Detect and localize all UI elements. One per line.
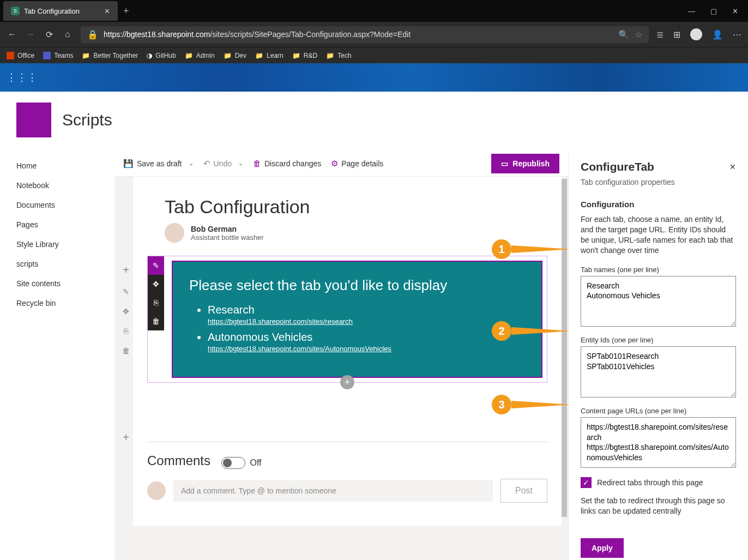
author-role: Assistant bottle washer [191,233,264,242]
edit-section-icon[interactable]: ✎ [123,287,129,296]
pane-title: ConfigureTab [581,160,729,173]
browser-tabbar: S Tab Configuration ✕ + — ▢ ✕ [0,0,748,22]
property-pane: ConfigureTab ✕ Tab configuration propert… [568,150,748,560]
sharepoint-favicon: S [11,7,20,15]
refresh-icon[interactable]: ⟳ [44,29,55,40]
webpart-toolbar: ✎ ✥ ⎘ 🗑 [148,256,164,330]
bookmark-tech[interactable]: 📁Tech [326,52,351,59]
undo-button[interactable]: ↶Undo [203,159,232,168]
search-in-page-icon[interactable]: 🔍 [618,29,629,40]
delete-webpart-icon[interactable]: 🗑 [148,312,164,330]
close-pane-icon[interactable]: ✕ [729,162,736,171]
tab-title: Tab Configuration [24,7,100,15]
home-icon[interactable]: ⌂ [62,29,73,39]
undo-chevron[interactable]: ⌄ [238,160,243,167]
bookmark-office[interactable]: Office [7,52,34,59]
urls-input[interactable] [581,417,736,468]
close-tab-icon[interactable]: ✕ [104,7,110,15]
pane-section-label: Configuration [581,200,736,209]
close-window-icon[interactable]: ✕ [732,7,738,15]
republish-button[interactable]: ▭Republish [491,154,559,173]
lock-icon: 🔒 [87,29,98,40]
redirect-description: Set the tab to redirect through this pag… [581,496,736,516]
bookmark-dev[interactable]: 📁Dev [224,52,246,59]
bookmark-rnd[interactable]: 📁R&D [292,52,317,59]
url-field[interactable]: 🔒 https://bgtest18.sharepoint.com/sites/… [81,26,649,43]
configure-tab-webpart[interactable]: Please select the tab you'd like to disp… [172,261,542,378]
suite-bar: ⋮⋮⋮ [0,63,748,92]
tab-url-autonomous[interactable]: https://bgtest18.sharepoint.com/sites/Au… [208,345,525,353]
move-webpart-icon[interactable]: ✥ [148,275,164,293]
bookmark-learn[interactable]: 📁Learn [255,52,283,59]
tabnames-label: Tab names (one per line) [581,266,736,274]
selected-section[interactable]: ✎ ✥ ⎘ 🗑 Please select the tab you'd like… [147,256,547,383]
comments-toggle[interactable]: Off [221,457,261,469]
nav-documents[interactable]: Documents [0,195,114,215]
post-comment-button[interactable]: Post [500,479,547,503]
page-title[interactable]: Tab Configuration [133,177,562,223]
save-draft-chevron[interactable]: ⌄ [189,160,194,167]
edit-webpart-icon[interactable]: ✎ [148,256,164,275]
nav-pages[interactable]: Pages [0,215,114,234]
tab-option-research[interactable]: Research https://bgtest18.sharepoint.com… [208,304,525,326]
save-draft-button[interactable]: 💾Save as draft [123,159,182,168]
page-author: Bob German Assistant bottle washer [133,223,562,256]
new-tab-button[interactable]: + [123,5,129,17]
redirect-checkbox[interactable]: ✓ Redirect tabs through this page [581,477,736,488]
callout-3: 3 [492,395,511,414]
discard-button[interactable]: 🗑Discard changes [253,159,321,168]
urls-label: Content page URLs (one per line) [581,407,736,415]
add-section-bottom[interactable]: + [123,431,129,444]
command-bar: 💾Save as draft ⌄ ↶Undo ⌄ 🗑Discard change… [114,150,568,177]
nav-notebook[interactable]: Notebook [0,176,114,195]
add-webpart-button[interactable]: + [340,375,354,389]
minimize-icon[interactable]: — [688,7,695,15]
favorites-bar-icon[interactable]: ≣ [656,29,663,40]
profile-menu-icon[interactable]: 👤 [712,29,723,40]
tab-url-research[interactable]: https://bgtest18.sharepoint.com/sites/re… [208,317,525,326]
comments-heading: Comments [147,453,210,468]
delete-section-icon[interactable]: 🗑 [122,346,130,355]
forward-icon: → [25,29,36,39]
site-header: Scripts [0,92,748,150]
site-title[interactable]: Scripts [62,111,112,129]
nav-style-library[interactable]: Style Library [0,234,114,254]
site-logo[interactable] [16,103,51,137]
address-bar: ← → ⟳ ⌂ 🔒 https://bgtest18.sharepoint.co… [0,22,748,47]
url-text: https://bgtest18.sharepoint.com/sites/sc… [104,30,613,39]
browser-tab[interactable]: S Tab Configuration ✕ [3,1,118,21]
add-section-top[interactable]: + [123,264,129,276]
apply-button[interactable]: Apply [581,538,624,558]
pane-description: For each tab, choose a name, an entity I… [581,214,736,256]
entityids-label: Entity Ids (one per line) [581,336,736,344]
author-name: Bob German [191,225,264,233]
webpart-heading: Please select the tab you'd like to disp… [189,277,525,294]
back-icon[interactable]: ← [7,29,17,39]
publish-icon: ▭ [501,159,508,168]
nav-site-contents[interactable]: Site contents [0,274,114,293]
left-navigation: Home Notebook Documents Pages Style Libr… [0,150,114,560]
bookmark-admin[interactable]: 📁Admin [185,52,215,59]
collections-icon[interactable]: ⊞ [673,29,680,40]
app-launcher-icon[interactable]: ⋮⋮⋮ [7,71,38,83]
nav-recycle-bin[interactable]: Recycle bin [0,293,114,313]
duplicate-webpart-icon[interactable]: ⎘ [148,293,164,312]
nav-home[interactable]: Home [0,156,114,176]
profile-avatar[interactable] [690,28,702,40]
copy-section-icon[interactable]: ⎘ [124,327,128,335]
author-avatar [165,223,184,243]
more-icon[interactable]: ⋯ [733,29,741,40]
nav-scripts[interactable]: scripts [0,254,114,274]
comment-input[interactable]: Add a comment. Type @ to mention someone [173,480,493,502]
tabnames-input[interactable] [581,276,736,327]
favorite-icon[interactable]: ☆ [635,29,642,40]
bookmark-github[interactable]: ◑GitHub [147,52,176,59]
bookmark-teams[interactable]: Teams [43,52,73,59]
page-details-button[interactable]: ⚙Page details [331,159,383,168]
maximize-icon[interactable]: ▢ [710,7,717,15]
move-section-icon[interactable]: ✥ [123,307,129,316]
commenter-avatar [147,481,166,500]
bookmark-better-together[interactable]: 📁Better Together [82,52,138,59]
tab-option-autonomous[interactable]: Autonomous Vehicles https://bgtest18.sha… [208,331,525,353]
entityids-input[interactable] [581,346,736,398]
